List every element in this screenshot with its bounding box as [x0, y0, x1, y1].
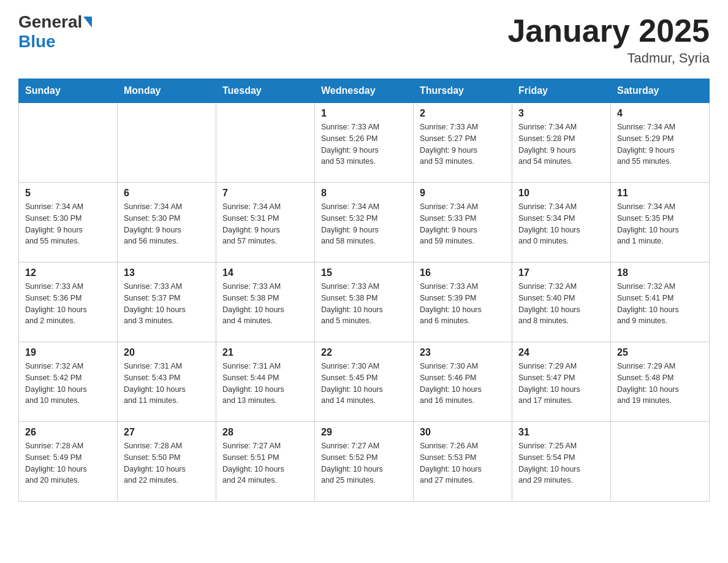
title-block: January 2025 Tadmur, Syria: [507, 12, 710, 66]
calendar-cell: 22Sunrise: 7:30 AM Sunset: 5:45 PM Dayli…: [315, 342, 414, 422]
day-info: Sunrise: 7:31 AM Sunset: 5:44 PM Dayligh…: [222, 361, 308, 407]
calendar-cell: 14Sunrise: 7:33 AM Sunset: 5:38 PM Dayli…: [216, 262, 315, 342]
calendar-week-row: 1Sunrise: 7:33 AM Sunset: 5:26 PM Daylig…: [19, 103, 710, 183]
weekday-header-sunday: Sunday: [19, 79, 118, 103]
calendar-cell: 20Sunrise: 7:31 AM Sunset: 5:43 PM Dayli…: [118, 342, 216, 422]
day-info: Sunrise: 7:34 AM Sunset: 5:35 PM Dayligh…: [617, 201, 703, 247]
weekday-header-monday: Monday: [118, 79, 216, 103]
calendar-week-row: 19Sunrise: 7:32 AM Sunset: 5:42 PM Dayli…: [19, 342, 710, 422]
weekday-header-thursday: Thursday: [414, 79, 512, 103]
calendar-cell: 29Sunrise: 7:27 AM Sunset: 5:52 PM Dayli…: [315, 422, 414, 502]
calendar-cell: 7Sunrise: 7:34 AM Sunset: 5:31 PM Daylig…: [216, 183, 315, 262]
day-number: 11: [617, 188, 703, 199]
calendar-header: SundayMondayTuesdayWednesdayThursdayFrid…: [19, 79, 710, 103]
weekday-header-friday: Friday: [512, 79, 611, 103]
calendar-cell: 6Sunrise: 7:34 AM Sunset: 5:30 PM Daylig…: [118, 183, 216, 262]
calendar-cell: 18Sunrise: 7:32 AM Sunset: 5:41 PM Dayli…: [611, 262, 710, 342]
calendar-cell: 16Sunrise: 7:33 AM Sunset: 5:39 PM Dayli…: [414, 262, 512, 342]
weekday-header-wednesday: Wednesday: [315, 79, 414, 103]
day-number: 27: [124, 427, 210, 438]
logo-arrow-icon: [83, 17, 92, 28]
day-info: Sunrise: 7:33 AM Sunset: 5:38 PM Dayligh…: [222, 281, 308, 327]
day-info: Sunrise: 7:34 AM Sunset: 5:29 PM Dayligh…: [617, 121, 703, 167]
day-info: Sunrise: 7:34 AM Sunset: 5:31 PM Dayligh…: [222, 201, 308, 247]
calendar-cell: 30Sunrise: 7:26 AM Sunset: 5:53 PM Dayli…: [414, 422, 512, 502]
day-number: 18: [617, 267, 703, 278]
calendar-cell: 4Sunrise: 7:34 AM Sunset: 5:29 PM Daylig…: [611, 103, 710, 183]
day-number: 25: [617, 347, 703, 358]
month-title: January 2025: [507, 12, 710, 49]
day-number: 7: [222, 188, 308, 199]
calendar-cell: 11Sunrise: 7:34 AM Sunset: 5:35 PM Dayli…: [611, 183, 710, 262]
calendar-table: SundayMondayTuesdayWednesdayThursdayFrid…: [18, 79, 710, 502]
calendar-cell: 13Sunrise: 7:33 AM Sunset: 5:37 PM Dayli…: [118, 262, 216, 342]
logo-general-text: General: [18, 12, 82, 32]
day-number: 4: [617, 108, 703, 119]
calendar-cell: 9Sunrise: 7:34 AM Sunset: 5:33 PM Daylig…: [414, 183, 512, 262]
calendar-cell: 2Sunrise: 7:33 AM Sunset: 5:27 PM Daylig…: [414, 103, 512, 183]
calendar-cell: 10Sunrise: 7:34 AM Sunset: 5:34 PM Dayli…: [512, 183, 611, 262]
day-info: Sunrise: 7:33 AM Sunset: 5:27 PM Dayligh…: [420, 121, 506, 167]
day-number: 8: [321, 188, 407, 199]
day-info: Sunrise: 7:27 AM Sunset: 5:51 PM Dayligh…: [222, 440, 308, 486]
calendar-cell: [118, 103, 216, 183]
day-info: Sunrise: 7:27 AM Sunset: 5:52 PM Dayligh…: [321, 440, 407, 486]
day-number: 9: [420, 188, 506, 199]
day-info: Sunrise: 7:33 AM Sunset: 5:26 PM Dayligh…: [321, 121, 407, 167]
day-info: Sunrise: 7:31 AM Sunset: 5:43 PM Dayligh…: [124, 361, 210, 407]
day-info: Sunrise: 7:30 AM Sunset: 5:46 PM Dayligh…: [420, 361, 506, 407]
day-info: Sunrise: 7:34 AM Sunset: 5:30 PM Dayligh…: [124, 201, 210, 247]
day-number: 16: [420, 267, 506, 278]
calendar-cell: 24Sunrise: 7:29 AM Sunset: 5:47 PM Dayli…: [512, 342, 611, 422]
page-header: General Blue January 2025 Tadmur, Syria: [18, 12, 710, 66]
calendar-week-row: 5Sunrise: 7:34 AM Sunset: 5:30 PM Daylig…: [19, 183, 710, 262]
day-info: Sunrise: 7:32 AM Sunset: 5:42 PM Dayligh…: [25, 361, 111, 407]
calendar-cell: 19Sunrise: 7:32 AM Sunset: 5:42 PM Dayli…: [19, 342, 118, 422]
weekday-header-saturday: Saturday: [611, 79, 710, 103]
calendar-body: 1Sunrise: 7:33 AM Sunset: 5:26 PM Daylig…: [19, 103, 710, 502]
day-info: Sunrise: 7:34 AM Sunset: 5:32 PM Dayligh…: [321, 201, 407, 247]
day-info: Sunrise: 7:30 AM Sunset: 5:45 PM Dayligh…: [321, 361, 407, 407]
day-number: 24: [518, 347, 604, 358]
day-info: Sunrise: 7:32 AM Sunset: 5:41 PM Dayligh…: [617, 281, 703, 327]
day-number: 14: [222, 267, 308, 278]
day-info: Sunrise: 7:34 AM Sunset: 5:33 PM Dayligh…: [420, 201, 506, 247]
calendar-cell: 31Sunrise: 7:25 AM Sunset: 5:54 PM Dayli…: [512, 422, 611, 502]
day-number: 20: [124, 347, 210, 358]
calendar-week-row: 12Sunrise: 7:33 AM Sunset: 5:36 PM Dayli…: [19, 262, 710, 342]
day-info: Sunrise: 7:34 AM Sunset: 5:30 PM Dayligh…: [25, 201, 111, 247]
day-number: 28: [222, 427, 308, 438]
day-number: 3: [518, 108, 604, 119]
calendar-cell: 27Sunrise: 7:28 AM Sunset: 5:50 PM Dayli…: [118, 422, 216, 502]
day-number: 21: [222, 347, 308, 358]
day-number: 29: [321, 427, 407, 438]
day-info: Sunrise: 7:33 AM Sunset: 5:37 PM Dayligh…: [124, 281, 210, 327]
day-info: Sunrise: 7:33 AM Sunset: 5:36 PM Dayligh…: [25, 281, 111, 327]
day-number: 31: [518, 427, 604, 438]
day-number: 19: [25, 347, 111, 358]
day-info: Sunrise: 7:28 AM Sunset: 5:50 PM Dayligh…: [124, 440, 210, 486]
day-number: 1: [321, 108, 407, 119]
calendar-cell: [19, 103, 118, 183]
weekday-header-row: SundayMondayTuesdayWednesdayThursdayFrid…: [19, 79, 710, 103]
day-number: 5: [25, 188, 111, 199]
day-number: 22: [321, 347, 407, 358]
day-number: 13: [124, 267, 210, 278]
day-number: 12: [25, 267, 111, 278]
calendar-cell: 8Sunrise: 7:34 AM Sunset: 5:32 PM Daylig…: [315, 183, 414, 262]
calendar-cell: 28Sunrise: 7:27 AM Sunset: 5:51 PM Dayli…: [216, 422, 315, 502]
calendar-cell: [216, 103, 315, 183]
calendar-cell: 12Sunrise: 7:33 AM Sunset: 5:36 PM Dayli…: [19, 262, 118, 342]
calendar-week-row: 26Sunrise: 7:28 AM Sunset: 5:49 PM Dayli…: [19, 422, 710, 502]
logo-blue-text: Blue: [18, 32, 56, 51]
calendar-cell: 3Sunrise: 7:34 AM Sunset: 5:28 PM Daylig…: [512, 103, 611, 183]
calendar-cell: 1Sunrise: 7:33 AM Sunset: 5:26 PM Daylig…: [315, 103, 414, 183]
day-info: Sunrise: 7:26 AM Sunset: 5:53 PM Dayligh…: [420, 440, 506, 486]
day-number: 17: [518, 267, 604, 278]
day-info: Sunrise: 7:34 AM Sunset: 5:34 PM Dayligh…: [518, 201, 604, 247]
calendar-cell: [611, 422, 710, 502]
day-info: Sunrise: 7:29 AM Sunset: 5:47 PM Dayligh…: [518, 361, 604, 407]
calendar-cell: 26Sunrise: 7:28 AM Sunset: 5:49 PM Dayli…: [19, 422, 118, 502]
day-info: Sunrise: 7:34 AM Sunset: 5:28 PM Dayligh…: [518, 121, 604, 167]
day-info: Sunrise: 7:33 AM Sunset: 5:39 PM Dayligh…: [420, 281, 506, 327]
